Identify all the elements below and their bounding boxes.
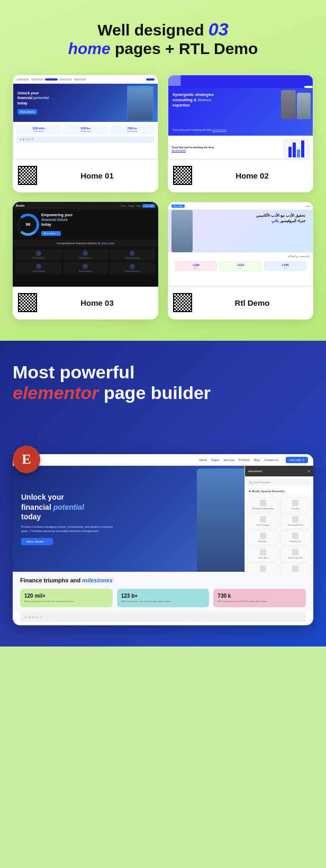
headline-line1: Well designed 03 bbox=[13, 19, 313, 40]
person-circle-2 bbox=[297, 93, 311, 119]
nav-dot bbox=[59, 78, 72, 81]
ep-widget-icon bbox=[260, 549, 266, 555]
hero-text-home01: Unlock yourfinancial potentialtoday More… bbox=[17, 91, 124, 114]
hero03-title: Empowering yourfinancial futuretoday bbox=[41, 212, 154, 227]
sol-icon bbox=[130, 251, 135, 256]
stat-box: 123 b+ milestones bbox=[63, 125, 107, 134]
ep-widget[interactable]: Team Box bbox=[247, 546, 279, 562]
bottom-headline-line2: elementor page builder bbox=[13, 383, 313, 403]
big-nav-link-portfolio: Portfolio bbox=[239, 458, 250, 462]
bsb-desc-2: We've experience more than 10+ years wit… bbox=[121, 600, 205, 603]
elementor-e: E bbox=[22, 451, 31, 467]
stat-label: milestones bbox=[65, 130, 105, 132]
card-footer-rtl: Rtl Demo bbox=[168, 291, 313, 312]
sol-text: Grobal financial bbox=[17, 270, 60, 272]
card-footer-home03: Home 03 bbox=[13, 291, 158, 312]
sol-text: Quantity finance bbox=[65, 270, 107, 272]
preview-rtl: تواصل معنا بيزبت تحقيق الأدب مع الأدب ال… bbox=[168, 202, 313, 287]
rtl-person bbox=[171, 210, 193, 252]
home03-solutions-label: Comprehensive financial solutions for ev… bbox=[13, 240, 158, 247]
stat-label: milestones bbox=[112, 130, 152, 132]
rtl-stat: 120+ + مل bbox=[175, 261, 217, 271]
card-label-home02: Home 02 bbox=[196, 171, 308, 180]
sol-box: Financial sponsors bbox=[110, 262, 155, 274]
card-home02[interactable]: Synergistic strategies consulting & fina… bbox=[168, 75, 313, 192]
rtl-stat: 123+ + م bbox=[219, 261, 261, 271]
stat-box: 730 k+ milestones bbox=[110, 125, 155, 134]
big-preview-wrapper: E ● Bizzbit Home Pages Services Portfoli… bbox=[13, 418, 313, 625]
card-home01[interactable]: Unlock yourfinancial potentialtoday More… bbox=[13, 75, 158, 192]
ep-widget[interactable]: Pricing Table bbox=[247, 563, 279, 572]
bsb-num-1: 120 mil+ bbox=[24, 593, 108, 599]
section-bottom: Most powerful elementor page builder E ●… bbox=[0, 341, 326, 646]
nav-dot bbox=[16, 78, 29, 81]
preview-home03: Bizzbit Home Pages Blog Let's talk 98 Em… bbox=[13, 202, 158, 287]
bottom-headline-line1: Most powerful bbox=[13, 362, 313, 383]
ep-widget[interactable]: Step Box bbox=[280, 563, 312, 572]
stats-row-home01: 120 mil+ milestones 123 b+ milestones 73… bbox=[13, 122, 158, 134]
big-nav-link-pages: Pages bbox=[211, 458, 220, 462]
rtl-cta: تواصل معنا bbox=[171, 205, 185, 208]
big-stats-boxes: 120 mil+ We've experience more than 10+ … bbox=[13, 589, 313, 613]
bsb-desc-3: We've experience more than 10+ years wit… bbox=[218, 600, 302, 603]
big-preview-nav: ● Bizzbit Home Pages Services Portfolio … bbox=[13, 454, 313, 466]
ep-widget[interactable]: Client Logo Box bbox=[280, 546, 312, 562]
bsb-num-3: 730 k bbox=[218, 593, 302, 599]
card-footer-home01: Home 01 bbox=[13, 164, 158, 185]
sol-box: Prime financial bbox=[16, 249, 61, 261]
sol-box: Quantity finance bbox=[63, 262, 108, 274]
headline: Well designed 03 home pages + RTL Demo bbox=[13, 19, 313, 58]
hero02-people bbox=[281, 90, 311, 119]
about-area-bottom: ABOUT bbox=[20, 613, 306, 622]
hero03-btn: More details → bbox=[41, 231, 61, 236]
nav-dot bbox=[168, 84, 181, 86]
ep-header: elementor ≡ bbox=[245, 466, 313, 476]
big-nav-link-blog: Blog bbox=[254, 458, 260, 462]
nav03-logo: Bizzbit bbox=[16, 204, 24, 207]
ep-widget-name: Client Logo Box bbox=[282, 556, 310, 559]
bottom-headline: Most powerful elementor page builder bbox=[13, 362, 313, 403]
big-nav-link-services: Services bbox=[223, 458, 234, 462]
elementor-icon: E bbox=[13, 446, 40, 473]
nav-dot-active bbox=[45, 78, 58, 81]
qr-code-home02 bbox=[173, 166, 192, 185]
card-rtl[interactable]: تواصل معنا بيزبت تحقيق الأدب مع الأدب ال… bbox=[168, 202, 313, 320]
big-stat-box-1: 120 mil+ We've experience more than 10+ … bbox=[20, 589, 113, 607]
sol-text: Optimal finance bbox=[65, 257, 107, 259]
hero-rtl: تحقيق الأدب مع الأدب الأكاديميخبراء البر… bbox=[168, 210, 313, 252]
preview-home02: Synergistic strategies consulting & fina… bbox=[168, 75, 313, 160]
elementor-word: elementor bbox=[13, 383, 99, 403]
big-hero-btn[interactable]: More details → bbox=[21, 538, 53, 545]
cards-grid: Unlock yourfinancial potentialtoday More… bbox=[13, 75, 313, 320]
sol-box: Financial planning bbox=[110, 249, 155, 261]
about-text: ABOUT bbox=[20, 138, 34, 141]
section-top: Well designed 03 home pages + RTL Demo bbox=[0, 0, 326, 341]
stats-italic: milestones bbox=[82, 577, 112, 583]
sol-box: Optimal finance bbox=[63, 249, 108, 261]
nav-dot-active bbox=[146, 78, 155, 81]
headline-line2: home pages + RTL Demo bbox=[13, 40, 313, 58]
big-nav-link-home: Home bbox=[199, 458, 207, 462]
accent-number: 03 bbox=[209, 19, 229, 39]
ep-widget-name: Team Box bbox=[249, 556, 277, 559]
about-area-text-bottom: ABOUT bbox=[24, 616, 43, 619]
sol-icon bbox=[130, 264, 135, 269]
card-label-rtl: Rtl Demo bbox=[196, 298, 308, 307]
card-home03[interactable]: Bizzbit Home Pages Blog Let's talk 98 Em… bbox=[13, 202, 158, 320]
hero-area-home01: Unlock yourfinancial potentialtoday More… bbox=[13, 84, 158, 122]
stat-box: 120 mil+ milestones bbox=[16, 125, 61, 134]
big-cta-btn[interactable]: Let's talk ↗ bbox=[286, 457, 308, 463]
gauge-circle: 98 bbox=[17, 214, 39, 236]
qr-code-home01 bbox=[18, 166, 37, 185]
ep-search[interactable]: 🔍 Search widget... bbox=[247, 479, 311, 486]
hero02-subtitle: Trust that you're working the best accou… bbox=[173, 128, 227, 131]
nav-rtl: تواصل معنا بيزبت bbox=[168, 202, 313, 210]
search-placeholder: 🔍 Search widget... bbox=[249, 481, 272, 484]
big-nav-links: Home Pages Services Portfolio Blog Conta… bbox=[199, 458, 278, 462]
home02-chart-area: Trust that you're working the best accou… bbox=[168, 136, 313, 160]
hero-title-sm: Unlock yourfinancial potentialtoday bbox=[17, 91, 124, 105]
big-hero-title: Unlock yourfinancial potentialtoday bbox=[21, 492, 305, 521]
sol-icon bbox=[83, 251, 88, 256]
sol-icon bbox=[83, 264, 88, 269]
ep-widget-icon bbox=[260, 565, 266, 572]
